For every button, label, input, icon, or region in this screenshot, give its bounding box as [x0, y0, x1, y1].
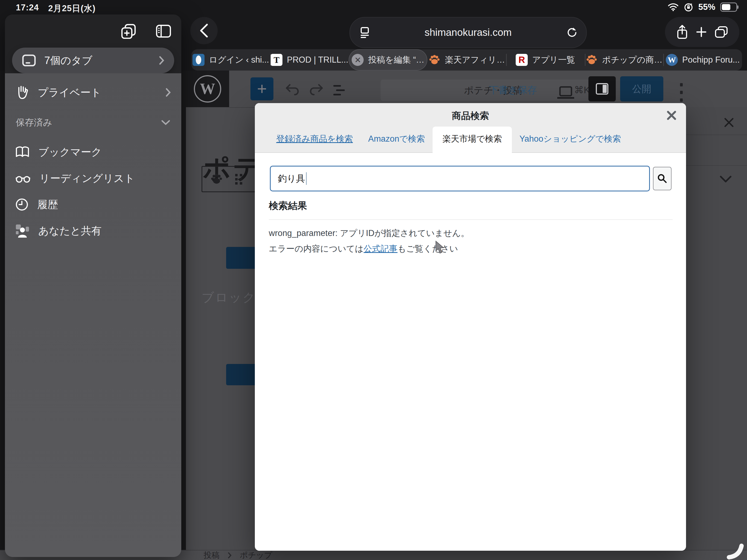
- search-submit-button[interactable]: [653, 167, 672, 190]
- chevron-down-icon: [161, 120, 170, 125]
- panel-close-icon[interactable]: [723, 117, 735, 128]
- corner-arc-shape: [713, 538, 746, 560]
- toolbar-actions: [665, 17, 739, 47]
- reading-list-label: リーディングリスト: [40, 172, 135, 185]
- drag-handle-icon[interactable]: [235, 173, 243, 185]
- browser-tab-pochipp-product[interactable]: ポチップの商…: [585, 49, 664, 71]
- breadcrumb-root[interactable]: 投稿: [204, 550, 220, 560]
- battery-icon: [720, 2, 737, 12]
- paw-favicon: [429, 54, 440, 66]
- tabs-icon[interactable]: [715, 26, 728, 38]
- browser-tab-edit-post-active[interactable]: ✕ 投稿を編集 “…: [349, 49, 428, 71]
- sidebar-top: 7個のタブ: [5, 15, 181, 73]
- publish-button[interactable]: 公開: [620, 76, 663, 101]
- tab-yahoo-search[interactable]: Yahooショッピングで検索: [512, 133, 628, 152]
- chevron-right-icon: [165, 88, 171, 97]
- settings-panel-toggle[interactable]: [588, 76, 616, 101]
- sidebar-item-tab-group[interactable]: 7個のタブ: [12, 48, 174, 73]
- tab-label: PROD | TRILL...: [287, 55, 349, 65]
- sidebar-item-history[interactable]: 履歴: [5, 192, 181, 218]
- private-label: プライベート: [38, 85, 101, 100]
- sidebar-list: プライベート 保存済み ブックマーク リーディングリスト: [5, 73, 181, 557]
- browser-tab-app-list[interactable]: R アプリ一覧: [506, 49, 585, 71]
- tab-group-label: 7個のタブ: [44, 54, 93, 68]
- clock-time: 17:24: [16, 3, 39, 14]
- breadcrumb-current: ポチップ: [240, 550, 272, 560]
- sidebar-item-bookmarks[interactable]: ブックマーク: [5, 139, 181, 165]
- results-divider: [269, 219, 673, 220]
- glasses-icon: [15, 173, 31, 184]
- browser-tab-pochipp-forum[interactable]: W Pochipp Foru...: [663, 49, 742, 71]
- close-tab-icon[interactable]: ✕: [352, 54, 364, 66]
- modal-tab-bar: 登録済み商品を検索 Amazonで検索 楽天市場で検索 Yahooショッピングで…: [255, 129, 686, 153]
- search-icon: [657, 173, 668, 184]
- book-icon: [15, 146, 29, 158]
- wordpress-favicon: W: [666, 54, 678, 66]
- chevron-right-icon: [159, 56, 164, 65]
- product-search-modal: 商品検索 登録済み商品を検索 Amazonで検索 楽天市場で検索 Yahooショ…: [255, 103, 686, 551]
- status-bar-left: 17:24 2月25日(水): [16, 3, 96, 14]
- tab-label: 楽天アフィリ…: [445, 54, 505, 66]
- sidebar-item-private[interactable]: プライベート: [5, 79, 181, 105]
- tab-amazon-search[interactable]: Amazonで検索: [360, 133, 432, 152]
- wifi-icon: [668, 3, 679, 11]
- list-view-icon[interactable]: [333, 84, 346, 96]
- redo-icon[interactable]: [308, 84, 324, 96]
- reload-icon[interactable]: [566, 27, 578, 39]
- tab-registered-products[interactable]: 登録済み商品を検索: [268, 133, 360, 152]
- undo-icon[interactable]: [285, 84, 300, 96]
- panel-chevron-down-icon[interactable]: [720, 176, 732, 183]
- new-tab-group-icon[interactable]: [121, 24, 136, 39]
- share-icon[interactable]: [676, 25, 688, 40]
- pochipp-block-paw-icon[interactable]: [210, 174, 223, 184]
- tab-label: 投稿を編集 “…: [368, 54, 424, 66]
- shared-with-you-icon: [15, 224, 29, 238]
- history-label: 履歴: [37, 198, 58, 212]
- battery-percent: 55%: [698, 2, 715, 12]
- results-heading: 検索結果: [269, 199, 307, 212]
- search-input-value: 釣り具: [278, 173, 305, 185]
- shared-with-you-label: あなたと共有: [38, 224, 102, 238]
- rakuten-favicon: R: [516, 54, 528, 66]
- sidebar-item-reading-list[interactable]: リーディングリスト: [5, 165, 181, 192]
- command-k-shortcut: ⌘K: [574, 84, 590, 96]
- info-prefix: エラーの内容については: [269, 244, 364, 253]
- tab-rakuten-search-active[interactable]: 楽天市場で検索: [433, 127, 512, 153]
- block-inserter-button[interactable]: [251, 77, 274, 100]
- tab-label: Pochipp Foru...: [682, 55, 740, 65]
- wordpress-logo-block[interactable]: W: [186, 71, 229, 107]
- browser-tab-rakuten-affiliate[interactable]: 楽天アフィリ…: [428, 49, 506, 71]
- login-favicon: [192, 54, 205, 66]
- bookmarks-label: ブックマーク: [38, 145, 102, 159]
- page-format-icon[interactable]: [359, 27, 370, 38]
- preview-icon[interactable]: [557, 86, 574, 100]
- modal-close-icon[interactable]: [666, 110, 677, 121]
- back-button[interactable]: [190, 17, 217, 44]
- product-search-input[interactable]: 釣り具: [270, 166, 650, 192]
- breadcrumb-chevron-icon: [228, 552, 232, 558]
- t-favicon: T: [271, 54, 282, 66]
- new-tab-icon[interactable]: [695, 26, 707, 38]
- save-draft-button[interactable]: 下書き保存: [489, 84, 537, 97]
- ipad-screen: 17:24 2月25日(水) 55% shimanokurasi.com: [0, 0, 747, 560]
- address-bar[interactable]: shimanokurasi.com: [350, 17, 587, 48]
- official-article-link[interactable]: 公式記事: [364, 244, 397, 253]
- browser-tab-login[interactable]: ログイン ‹ shi...: [191, 49, 270, 71]
- tab-label: アプリ一覧: [532, 54, 575, 66]
- editor-settings-panel: [681, 107, 747, 551]
- info-suffix: もご覧ください: [397, 244, 458, 253]
- url-text: shimanokurasi.com: [370, 27, 566, 38]
- tab-strip: ログイン ‹ shi... T PROD | TRILL... ✕ 投稿を編集 …: [191, 49, 742, 71]
- browser-tab-prod[interactable]: T PROD | TRILL...: [270, 49, 349, 71]
- rotation-lock-icon: [684, 2, 693, 12]
- sidebar-item-shared-with-you[interactable]: あなたと共有: [5, 218, 181, 244]
- sidebar-toggle-icon[interactable]: [156, 24, 171, 39]
- wordpress-logo: W: [194, 75, 221, 103]
- sidebar-section-saved[interactable]: 保存済み: [5, 114, 181, 131]
- modal-title: 商品検索: [452, 110, 489, 122]
- tab-label: ログイン ‹ shi...: [209, 54, 269, 66]
- options-kebab-icon[interactable]: [680, 82, 683, 103]
- clock-date: 2月25日(水): [48, 3, 96, 14]
- error-info-line: エラーの内容については公式記事もご覧ください: [269, 243, 458, 255]
- saved-section-label: 保存済み: [16, 117, 52, 129]
